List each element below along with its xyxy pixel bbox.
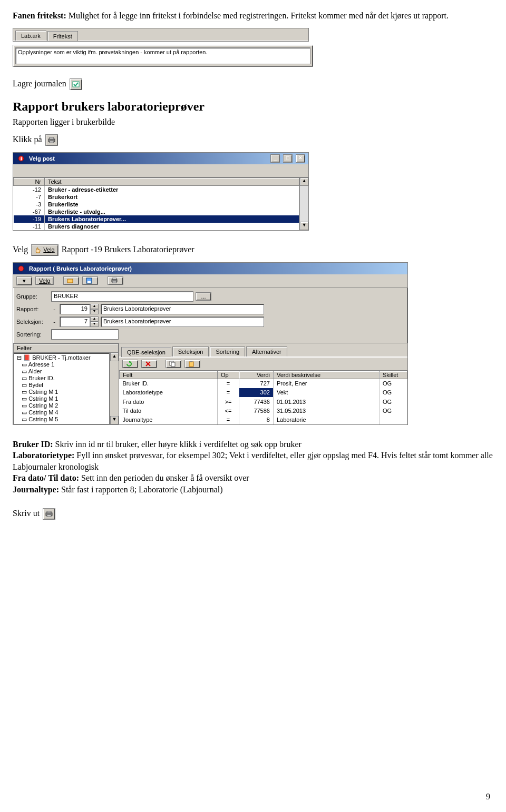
tab-labark[interactable]: Lab.ark bbox=[15, 31, 46, 41]
table-row[interactable]: -11Brukers diagnoser bbox=[14, 223, 299, 230]
save-icon[interactable] bbox=[70, 78, 82, 90]
col-nr[interactable]: Nr bbox=[14, 177, 45, 185]
rapport-num-spin[interactable]: 19 ▲▼ bbox=[60, 304, 99, 314]
velgpost-title: Velg post bbox=[29, 155, 55, 162]
minimize-button[interactable]: _ bbox=[270, 154, 280, 163]
table-row-selected[interactable]: -19Brukers Laboratorieprøver... bbox=[14, 215, 299, 223]
delete-button[interactable] bbox=[141, 360, 157, 368]
gruppe-input[interactable]: BRUKER bbox=[51, 291, 193, 302]
scroll-down-icon[interactable]: ▼ bbox=[110, 416, 119, 424]
tab-fritekst[interactable]: Fritekst bbox=[47, 31, 78, 41]
printer-icon[interactable] bbox=[45, 134, 58, 146]
table-row[interactable]: Fra dato>=7743601.01.2013OG bbox=[120, 397, 407, 406]
felter-header: Felter bbox=[13, 343, 119, 353]
sortering-label: Sortering: bbox=[16, 331, 49, 338]
toolbar-icon-1[interactable] bbox=[63, 276, 79, 285]
gruppe-label: Gruppe: bbox=[16, 293, 49, 300]
table-row[interactable]: Journaltype=8Laboratorie bbox=[120, 415, 407, 424]
col-tekst[interactable]: Tekst bbox=[45, 177, 299, 185]
klikk-row: Klikk på bbox=[13, 134, 493, 146]
tree-item[interactable]: ▭ Alder bbox=[14, 368, 109, 375]
tab-sortering[interactable]: Sortering bbox=[210, 346, 245, 357]
qbe-table[interactable]: Felt Op Verdi Verdi beskrivelse Skillet … bbox=[119, 371, 407, 424]
row-gruppe: Gruppe: BRUKER ... bbox=[13, 290, 407, 303]
felter-tree[interactable]: ⊟ 📕 BRUKER - Tj.mottaker ▭ Adresse 1 ▭ A… bbox=[13, 353, 110, 424]
intro-prefix: Fanen fritekst: bbox=[13, 11, 66, 20]
klikk-pa-text: Klikk på bbox=[13, 134, 42, 145]
tree-item[interactable]: ▭ Cstring M 1 bbox=[14, 389, 109, 395]
col-verdi[interactable]: Verdi bbox=[239, 371, 273, 379]
refresh-button[interactable] bbox=[122, 360, 138, 368]
table-row[interactable]: Bruker ID.=727Prosit, EnerOG bbox=[120, 379, 407, 388]
tree-item[interactable]: ▭ Cstring M 1 bbox=[14, 395, 109, 402]
intro-text: Mulighet for å legge inn fritekst i forb… bbox=[66, 11, 449, 20]
rapport-lower: Felter ⊟ 📕 BRUKER - Tj.mottaker ▭ Adress… bbox=[13, 343, 407, 424]
col-desc[interactable]: Verdi beskrivelse bbox=[273, 371, 379, 379]
toolbar-print[interactable] bbox=[108, 276, 123, 285]
printer-icon[interactable] bbox=[43, 508, 55, 520]
open-icon bbox=[67, 278, 73, 284]
table-row[interactable]: -3Brukerliste bbox=[14, 201, 299, 208]
scroll-up-icon[interactable]: ▲ bbox=[110, 353, 119, 361]
refresh-icon bbox=[126, 361, 132, 367]
rapport-title: Rapport ( Brukers Laboratorieprøver) bbox=[29, 265, 132, 272]
copy-button[interactable] bbox=[166, 360, 181, 368]
spin-down-icon[interactable]: ▼ bbox=[90, 309, 99, 314]
spin-up-icon[interactable]: ▲ bbox=[90, 304, 99, 309]
svg-rect-3 bbox=[50, 141, 54, 143]
tree-item[interactable]: ▭ Adresse 1 bbox=[14, 361, 109, 368]
heading-rapport: Rapport brukers laboratorieprøver bbox=[13, 100, 493, 114]
felter-panel: Felter ⊟ 📕 BRUKER - Tj.mottaker ▭ Adress… bbox=[13, 343, 119, 424]
rapport-desc: Brukers Laboratorieprøver bbox=[101, 304, 264, 314]
l2b: Laboratorietype: bbox=[13, 451, 74, 460]
scroll-up-icon[interactable]: ▲ bbox=[300, 177, 308, 186]
velg-button[interactable]: Velg bbox=[31, 244, 58, 256]
table-row[interactable]: -12Bruker - adresse-etiketter bbox=[14, 185, 299, 193]
tab-qbe[interactable]: QBE-seleksjon bbox=[121, 347, 171, 357]
table-row[interactable]: -7Brukerkort bbox=[14, 193, 299, 201]
svg-rect-7 bbox=[67, 279, 73, 283]
sub1: Rapporten ligger i brukerbilde bbox=[13, 117, 493, 128]
table-row[interactable]: Laboratorietype=302VektOG bbox=[120, 388, 407, 397]
velg-button-label: Velg bbox=[43, 246, 54, 253]
skrivut-text: Skriv ut bbox=[13, 508, 40, 519]
maximize-button[interactable]: □ bbox=[283, 154, 293, 163]
diskette-icon bbox=[86, 278, 92, 284]
tree-item[interactable]: ▭ Cstring M 2 bbox=[14, 402, 109, 409]
tree-item[interactable]: ▭ Bruker ID. bbox=[14, 375, 109, 382]
velgpost-scrollbar[interactable]: ▲ ▼ bbox=[299, 177, 308, 230]
printer-icon bbox=[111, 278, 118, 284]
tree-root[interactable]: ⊟ 📕 BRUKER - Tj.mottaker bbox=[14, 354, 109, 361]
seleksjon-num-spin[interactable]: 7 ▲▼ bbox=[60, 316, 99, 327]
skrivut-row: Skriv ut bbox=[13, 508, 493, 520]
tab-alternativer[interactable]: Alternativer bbox=[246, 346, 287, 357]
spin-down-icon[interactable]: ▼ bbox=[90, 322, 99, 327]
paste-button[interactable] bbox=[184, 360, 200, 368]
table-row[interactable]: Til dato<=7758631.05.2013OG bbox=[120, 406, 407, 415]
velgpost-toolbar bbox=[13, 164, 308, 177]
svg-rect-0 bbox=[73, 82, 79, 87]
table-row[interactable]: -67Brukerliste - utvalg... bbox=[14, 208, 299, 215]
qbe-grid-wrap: Felt Op Verdi Verdi beskrivelse Skillet … bbox=[119, 371, 407, 424]
tree-item[interactable]: ▭ Bydel bbox=[14, 382, 109, 389]
toolbar-dropdown[interactable]: ▾ bbox=[16, 276, 32, 285]
spin-up-icon[interactable]: ▲ bbox=[90, 316, 99, 322]
toolbar-velg-button[interactable]: Velg bbox=[35, 276, 54, 285]
toolbar-icon-2[interactable] bbox=[82, 276, 98, 285]
svg-rect-16 bbox=[190, 361, 192, 362]
close-button[interactable]: × bbox=[296, 154, 305, 163]
velgpost-table[interactable]: Nr Tekst -12Bruker - adresse-etiketter -… bbox=[13, 177, 299, 230]
col-felt[interactable]: Felt bbox=[120, 371, 218, 379]
col-op[interactable]: Op bbox=[217, 371, 239, 379]
gruppe-lookup-button[interactable]: ... bbox=[196, 292, 211, 301]
lagre-journalen-text: Lagre journalen bbox=[13, 78, 66, 90]
scroll-down-icon[interactable]: ▼ bbox=[300, 222, 308, 230]
tabstrip: Lab.ark Fritekst bbox=[13, 28, 308, 41]
tree-scrollbar[interactable]: ▲ ▼ bbox=[110, 353, 119, 424]
freetext-input[interactable]: Opplysninger som er viktig ifm. prøvetak… bbox=[15, 47, 310, 64]
tree-item[interactable]: ▭ Cstring M 4 bbox=[14, 409, 109, 416]
tab-seleksjon[interactable]: Seleksjon bbox=[172, 346, 209, 357]
col-skillet[interactable]: Skillet bbox=[380, 371, 407, 379]
sortering-input[interactable] bbox=[51, 329, 119, 340]
tree-item[interactable]: ▭ Cstring M 5 bbox=[14, 416, 109, 423]
